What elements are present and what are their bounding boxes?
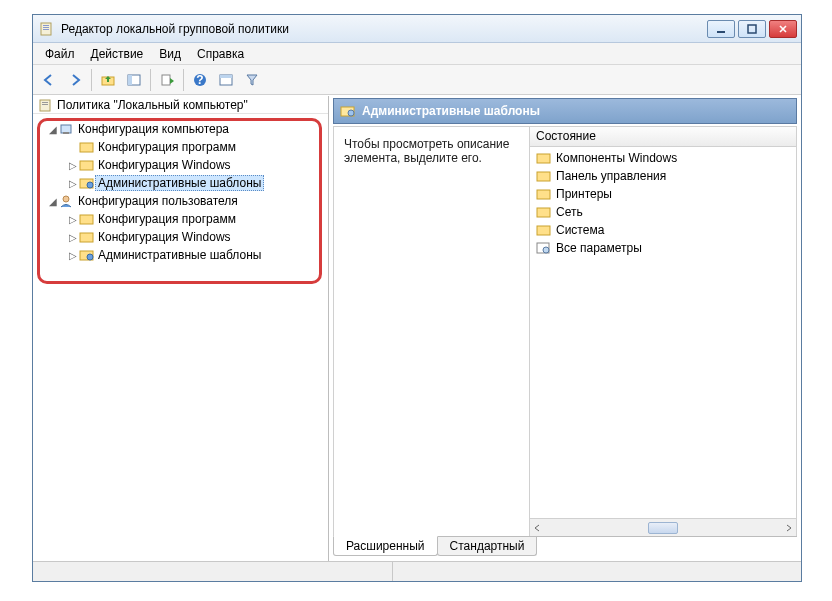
minimize-button[interactable] xyxy=(707,20,735,38)
menubar: Файл Действие Вид Справка xyxy=(33,43,801,65)
item-label: Принтеры xyxy=(556,187,612,201)
settings-list: Состояние Компоненты Windows Панель упра… xyxy=(530,127,796,536)
list-item[interactable]: Сеть xyxy=(536,203,790,221)
help-button[interactable]: ? xyxy=(188,68,212,92)
status-cell xyxy=(393,562,801,581)
tree-label: Конфигурация пользователя xyxy=(75,193,241,209)
body: Политика "Локальный компьютер" ◢ Конфигу… xyxy=(33,95,801,561)
horizontal-scrollbar[interactable] xyxy=(530,518,796,536)
menu-action[interactable]: Действие xyxy=(83,45,152,63)
list-item[interactable]: Принтеры xyxy=(536,185,790,203)
close-button[interactable] xyxy=(769,20,797,38)
tree-label: Конфигурация программ xyxy=(95,139,239,155)
expand-icon[interactable]: ▷ xyxy=(67,214,79,225)
svg-rect-9 xyxy=(162,75,170,85)
svg-rect-4 xyxy=(717,31,725,33)
separator xyxy=(91,69,92,91)
list-item[interactable]: Все параметры xyxy=(536,239,790,257)
svg-rect-2 xyxy=(43,27,49,28)
separator xyxy=(150,69,151,91)
tree-label: Конфигурация программ xyxy=(95,211,239,227)
tree-root-label: Политика "Локальный компьютер" xyxy=(57,98,248,112)
window-buttons xyxy=(707,20,797,38)
svg-rect-34 xyxy=(537,226,550,235)
details-header: Административные шаблоны xyxy=(333,98,797,124)
svg-rect-15 xyxy=(42,102,48,103)
svg-rect-16 xyxy=(42,104,48,105)
properties-button[interactable] xyxy=(214,68,238,92)
tree-label: Административные шаблоны xyxy=(95,247,264,263)
svg-rect-25 xyxy=(80,233,93,242)
menu-file[interactable]: Файл xyxy=(37,45,83,63)
tree-node-u-software[interactable]: ▷ Конфигурация программ xyxy=(39,210,324,228)
details-header-title: Административные шаблоны xyxy=(362,104,540,118)
svg-rect-5 xyxy=(748,25,756,33)
list-item[interactable]: Панель управления xyxy=(536,167,790,185)
tree-root-header[interactable]: Политика "Локальный компьютер" xyxy=(33,96,328,114)
tree-node-computer-config[interactable]: ◢ Конфигурация компьютера xyxy=(39,120,324,138)
svg-rect-8 xyxy=(128,75,132,85)
scroll-thumb[interactable] xyxy=(648,522,678,534)
svg-point-29 xyxy=(348,110,354,116)
tree-node-c-admin-templates[interactable]: ▷ Административные шаблоны xyxy=(39,174,324,192)
tree[interactable]: ◢ Конфигурация компьютера Конфигурация п… xyxy=(33,114,328,541)
item-label: Компоненты Windows xyxy=(556,151,677,165)
menu-help[interactable]: Справка xyxy=(189,45,252,63)
expand-icon[interactable]: ▷ xyxy=(67,232,79,243)
svg-rect-18 xyxy=(63,132,69,134)
tree-label: Конфигурация Windows xyxy=(95,229,234,245)
item-label: Сеть xyxy=(556,205,583,219)
svg-rect-30 xyxy=(537,154,550,163)
svg-rect-20 xyxy=(80,161,93,170)
filter-button[interactable] xyxy=(240,68,264,92)
svg-rect-17 xyxy=(61,125,71,133)
view-tabs: Расширенный Стандартный xyxy=(333,536,797,557)
app-icon xyxy=(39,21,55,37)
column-header-state[interactable]: Состояние xyxy=(530,127,796,147)
collapse-icon[interactable]: ◢ xyxy=(47,124,59,135)
svg-rect-19 xyxy=(80,143,93,152)
item-label: Все параметры xyxy=(556,241,642,255)
toolbar: ? xyxy=(33,65,801,95)
details-pane: Административные шаблоны Чтобы просмотре… xyxy=(329,96,801,561)
export-button[interactable] xyxy=(155,68,179,92)
expand-icon[interactable]: ▷ xyxy=(67,178,79,189)
tree-node-u-admin-templates[interactable]: ▷ Административные шаблоны xyxy=(39,246,324,264)
expand-icon[interactable]: ▷ xyxy=(67,250,79,261)
description-panel: Чтобы просмотреть описание элемента, выд… xyxy=(334,127,530,536)
show-hide-tree-button[interactable] xyxy=(122,68,146,92)
tree-node-c-windows[interactable]: ▷ Конфигурация Windows xyxy=(39,156,324,174)
tab-extended[interactable]: Расширенный xyxy=(333,536,438,556)
svg-point-27 xyxy=(87,254,93,260)
up-folder-button[interactable] xyxy=(96,68,120,92)
forward-button[interactable] xyxy=(63,68,87,92)
tree-pane: Политика "Локальный компьютер" ◢ Конфигу… xyxy=(33,96,329,561)
svg-rect-14 xyxy=(40,100,50,111)
tab-standard[interactable]: Стандартный xyxy=(437,537,538,556)
tree-node-user-config[interactable]: ◢ Конфигурация пользователя xyxy=(39,192,324,210)
back-button[interactable] xyxy=(37,68,61,92)
tree-label: Конфигурация Windows xyxy=(95,157,234,173)
expand-icon[interactable]: ▷ xyxy=(67,160,79,171)
titlebar: Редактор локальной групповой политики xyxy=(33,15,801,43)
menu-view[interactable]: Вид xyxy=(151,45,189,63)
tree-node-u-windows[interactable]: ▷ Конфигурация Windows xyxy=(39,228,324,246)
tree-label: Административные шаблоны xyxy=(95,175,264,191)
maximize-button[interactable] xyxy=(738,20,766,38)
tree-label: Конфигурация компьютера xyxy=(75,121,232,137)
collapse-icon[interactable]: ◢ xyxy=(47,196,59,207)
list-item[interactable]: Компоненты Windows xyxy=(536,149,790,167)
svg-rect-24 xyxy=(80,215,93,224)
svg-rect-13 xyxy=(220,75,232,78)
item-label: Панель управления xyxy=(556,169,666,183)
tree-node-c-software[interactable]: Конфигурация программ xyxy=(39,138,324,156)
svg-point-22 xyxy=(87,182,93,188)
svg-point-36 xyxy=(543,247,549,253)
svg-point-23 xyxy=(63,196,69,202)
details-content: Чтобы просмотреть описание элемента, выд… xyxy=(333,126,797,536)
list-item[interactable]: Система xyxy=(536,221,790,239)
list-items: Компоненты Windows Панель управления При… xyxy=(530,147,796,518)
statusbar xyxy=(33,561,801,581)
status-cell xyxy=(33,562,393,581)
svg-rect-3 xyxy=(43,29,49,30)
